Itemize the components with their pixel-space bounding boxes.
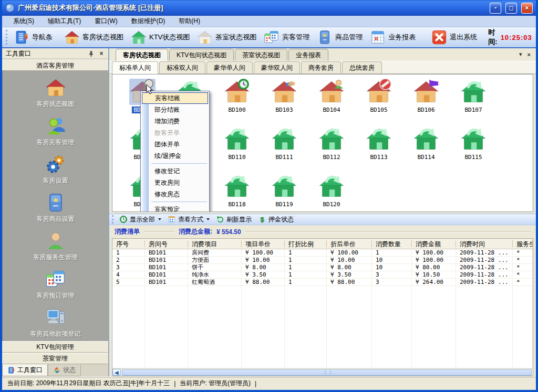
- context-menu-item-5[interactable]: 续/退押金: [142, 150, 208, 162]
- room-type-tab-2[interactable]: 豪华单人间: [206, 61, 253, 73]
- column-header-9[interactable]: 服务生: [513, 239, 533, 249]
- room-type-tab-0[interactable]: 标准单人间: [112, 61, 158, 74]
- toolbar-button-5[interactable]: 商品管理: [313, 29, 366, 46]
- sidebar-group-button-1[interactable]: 茶室管理: [2, 353, 108, 364]
- room-BD104[interactable]: BD104: [308, 79, 355, 122]
- blue-box-icon: [45, 192, 66, 213]
- context-menu-item-3[interactable]: 散客开单: [142, 127, 208, 139]
- menu-item-2[interactable]: 窗口(W): [89, 16, 123, 27]
- context-menu-item-1[interactable]: 部分结账: [142, 104, 208, 115]
- context-menu-item-6[interactable]: 修改登记: [142, 165, 208, 177]
- room-BD103[interactable]: BD103: [261, 79, 308, 122]
- column-header-5[interactable]: 折后单价: [327, 239, 372, 249]
- sidebar-panel-title[interactable]: 酒店客房管理: [2, 59, 108, 71]
- menu-item-0[interactable]: 系统(S): [7, 16, 40, 27]
- list-toolbar-button-0[interactable]: 显示全部: [117, 215, 164, 224]
- table-row-4[interactable]: 5BD101红葡萄酒¥ 88.001¥ 88.003¥ 264.002009-1…: [112, 279, 533, 286]
- status-diamond-icon: [53, 366, 61, 374]
- sidebar-item-1[interactable]: 客房宾客管理: [3, 115, 108, 147]
- room-BD106[interactable]: BD106: [402, 79, 450, 122]
- list-toolbar-button-1[interactable]: 查看方式: [165, 215, 212, 224]
- room-type-tab-1[interactable]: 标准双人间: [159, 61, 205, 73]
- room-label: BD105: [368, 107, 389, 113]
- room-BD110[interactable]: BD110: [213, 126, 261, 169]
- consumption-table: 序号房间号消费项目项目单价打折比例折后单价消费数量消费金额消费时间服务生 1BD…: [112, 238, 533, 376]
- room-BD105[interactable]: BD105: [355, 79, 402, 122]
- sidebar-item-4[interactable]: 客房服务生管理: [3, 230, 108, 262]
- toolbar-button-1[interactable]: 客房状态视图: [60, 29, 127, 46]
- table-row-3[interactable]: 4BD101纯净水¥ 3.501¥ 3.503¥ 10.502009-11-28…: [112, 271, 533, 279]
- tab-close-icon[interactable]: ×: [527, 51, 531, 58]
- room-BD100[interactable]: BD100: [213, 79, 261, 122]
- toolbar-button-7[interactable]: 退出系统: [428, 29, 481, 46]
- room-BD119[interactable]: BD119: [261, 173, 308, 212]
- room-type-tabs: 标准单人间标准双人间豪华单人间豪华双人间商务套房总统套房: [109, 61, 536, 74]
- pin-icon[interactable]: [87, 50, 95, 58]
- menu-item-3[interactable]: 数据维护(D): [126, 16, 171, 27]
- column-header-4[interactable]: 打折比例: [285, 239, 327, 249]
- context-menu-item-8[interactable]: 修改房态: [142, 188, 208, 200]
- horizontal-scrollbar[interactable]: ◀: [112, 368, 533, 376]
- toolbar-grip[interactable]: [112, 215, 113, 224]
- table-cell: ¥ 100.00: [327, 249, 372, 256]
- table-row-2[interactable]: 3BD101饼干¥ 8.001¥ 8.0010¥ 80.002009-11-28…: [112, 264, 533, 271]
- column-header-1[interactable]: 房间号: [145, 239, 188, 249]
- toolbar-button-2[interactable]: KTV状态视图: [127, 29, 193, 46]
- room-BD118[interactable]: BD118: [213, 173, 261, 212]
- list-toolbar-button-3[interactable]: $押金状态: [255, 215, 296, 224]
- table-cell: BD101: [145, 279, 188, 285]
- sidebar-item-2[interactable]: 客房设置: [3, 154, 108, 185]
- context-menu-item-2[interactable]: 增加消费: [142, 115, 208, 127]
- column-header-6[interactable]: 消费数量: [372, 239, 412, 249]
- column-header-3[interactable]: 项目单价: [242, 239, 285, 249]
- view-tab-1[interactable]: KTV包间状态视图: [169, 49, 234, 61]
- sidebar-item-0[interactable]: 客房状态视图: [3, 77, 108, 109]
- tool-window-close-icon[interactable]: ×: [97, 50, 106, 58]
- room-type-tab-3[interactable]: 豪华双人间: [254, 61, 300, 73]
- room-status-vacant-icon: [366, 126, 392, 152]
- toolbar-button-4[interactable]: 宾客管理: [260, 29, 313, 46]
- view-tab-3[interactable]: 业务报表: [288, 49, 328, 61]
- sidebar-item-5[interactable]: 客房预订管理: [3, 269, 108, 300]
- context-menu-item-9[interactable]: 宾客预定: [142, 204, 208, 212]
- red-house-icon: [64, 29, 80, 45]
- scrollbar-thumb[interactable]: [122, 369, 532, 376]
- sidebar-item-6[interactable]: 客房其他款项登记: [3, 307, 108, 338]
- room-BD115[interactable]: BD115: [450, 126, 497, 169]
- minimize-button[interactable]: -: [490, 3, 501, 14]
- toolbar-button-0[interactable]: 导航条: [10, 29, 56, 46]
- sidebar-bottom-tab-1[interactable]: 状态: [48, 365, 81, 376]
- tab-scroll-down-icon[interactable]: ▾: [519, 51, 522, 58]
- context-menu-item-7[interactable]: 更改房间: [142, 177, 208, 188]
- toolbar-grip[interactable]: [6, 30, 7, 45]
- sidebar-bottom-tab-0[interactable]: 工具窗口: [2, 364, 48, 376]
- menu-item-4[interactable]: 帮助(H): [173, 16, 206, 27]
- column-header-7[interactable]: 消费金额: [412, 239, 456, 249]
- column-header-2[interactable]: 消费项目: [188, 239, 242, 249]
- toolbar-button-3[interactable]: 茶室状态视图: [193, 29, 260, 46]
- list-toolbar-button-2[interactable]: 刷新显示: [213, 215, 254, 224]
- room-BD112[interactable]: BD112: [308, 126, 355, 169]
- maximize-button[interactable]: □: [505, 3, 517, 14]
- sidebar-item-3[interactable]: 客房商品设置: [3, 192, 108, 224]
- sidebar-group-button-0[interactable]: KTV包间管理: [2, 341, 108, 353]
- room-BD120[interactable]: BD120: [308, 173, 355, 212]
- view-tab-2[interactable]: 茶室状态视图: [235, 49, 287, 61]
- menu-item-1[interactable]: 辅助工具(T): [42, 16, 87, 27]
- room-type-tab-4[interactable]: 商务套房: [301, 61, 341, 73]
- column-header-0[interactable]: 序号: [112, 239, 145, 249]
- close-button[interactable]: ×: [521, 3, 533, 14]
- view-tab-0[interactable]: 客房状态视图: [116, 49, 168, 61]
- room-type-tab-5[interactable]: 总统套房: [342, 61, 382, 73]
- deposit-dollar-icon: $: [258, 215, 266, 224]
- table-row-1[interactable]: 2BD101方便面¥ 10.001¥ 10.0010¥ 100.002009-1…: [112, 257, 533, 264]
- room-BD113[interactable]: BD113: [355, 126, 402, 169]
- toolbar-button-6[interactable]: 业务报表: [366, 29, 419, 46]
- column-header-8[interactable]: 消费时间: [456, 239, 513, 249]
- room-BD111[interactable]: BD111: [261, 126, 308, 169]
- scroll-left-icon[interactable]: ◀: [112, 369, 121, 376]
- room-BD107[interactable]: BD107: [450, 79, 497, 122]
- room-BD114[interactable]: BD114: [402, 126, 450, 169]
- table-row-0[interactable]: 1BD101房间费¥ 100.001¥ 100.001¥ 100.002009-…: [112, 249, 533, 257]
- context-menu-item-4[interactable]: 团体开单: [142, 139, 208, 150]
